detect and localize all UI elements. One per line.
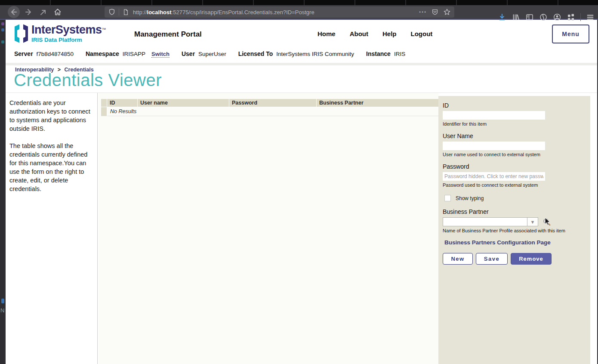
url-path: :52775/csp/irisapp/EnsPortal.Credentials…	[172, 9, 314, 15]
background-app-icon	[1, 299, 4, 303]
chevron-down-icon[interactable]: ▼	[527, 218, 538, 226]
new-button[interactable]: New	[443, 253, 473, 265]
id-hint: Identifier for this item	[443, 121, 590, 126]
column-header-business-partner[interactable]: Business Partner	[317, 99, 455, 107]
browser-tab-strip[interactable]	[0, 0, 598, 5]
user-label: User	[182, 50, 195, 57]
password-input[interactable]	[443, 172, 545, 181]
header-separator	[6, 63, 598, 65]
page-actions-icon[interactable]: ···	[419, 10, 427, 14]
reload-button[interactable]	[37, 6, 49, 18]
nav-logout[interactable]: Logout	[411, 30, 433, 37]
licensed-to-value: InterSystems IRIS Community	[276, 51, 354, 57]
url-text[interactable]: http://localhost:52775/csp/irisapp/EnsPo…	[133, 9, 416, 15]
account-icon[interactable]	[553, 13, 561, 22]
id-label: ID	[443, 102, 590, 109]
url-scheme: http://	[133, 9, 147, 15]
server-label: Server	[14, 50, 33, 57]
home-icon	[53, 8, 62, 16]
business-partner-label: Business Partner	[443, 208, 590, 215]
description-paragraph-2: The table shows all the credentials curr…	[9, 142, 93, 193]
shortcuts-grid-icon[interactable]	[567, 13, 575, 22]
instance-label: Instance	[366, 50, 391, 57]
url-bar[interactable]: http://localhost:52775/csp/irisapp/EnsPo…	[105, 6, 454, 18]
description-paragraph-1: Credentials are your authorization keys …	[9, 99, 93, 133]
back-button[interactable]	[8, 6, 20, 18]
sidebar-toggle-icon[interactable]	[525, 13, 534, 22]
tracking-shield-icon[interactable]	[108, 8, 116, 16]
toolbar-right-icons	[498, 10, 595, 24]
username-hint: User name used to connect to external sy…	[443, 152, 590, 157]
nav-home[interactable]: Home	[317, 30, 336, 37]
page-title: Credentials Viewer	[14, 71, 162, 90]
column-header-username[interactable]: User name	[138, 99, 229, 107]
namespace-label: Namespace	[86, 50, 119, 57]
menu-hamburger-icon[interactable]	[586, 13, 595, 22]
row-selector-header	[101, 99, 107, 107]
column-header-id[interactable]: ID	[107, 99, 137, 107]
background-letter: N	[0, 307, 4, 314]
browser-toolbar: http://localhost:52775/csp/irisapp/EnsPo…	[0, 5, 598, 20]
save-to-pocket-icon[interactable]	[431, 8, 439, 16]
username-input[interactable]	[443, 142, 545, 150]
background-app-icon	[1, 28, 4, 31]
bookmark-star-icon[interactable]	[443, 8, 451, 16]
column-header-password[interactable]: Password	[229, 99, 316, 107]
content-area: Credentials are your authorization keys …	[6, 93, 598, 364]
system-info-bar: Server f7b8d4874850 Namespace IRISAPP Sw…	[14, 50, 405, 58]
show-typing-label: Show typing	[456, 195, 484, 201]
intersystems-logo: InterSystems™ IRIS Data Platform	[14, 24, 106, 43]
licensed-to-label: Licensed To	[238, 50, 273, 57]
logo-subtitle: IRIS Data Platform	[31, 37, 106, 43]
business-partner-hint: Name of Business Partner Profile associa…	[443, 228, 590, 233]
logo-trademark: ™	[102, 27, 106, 32]
user-value: SuperUser	[198, 51, 226, 57]
toolbar-divider	[580, 13, 581, 21]
diagonal-arrow-icon	[39, 8, 47, 16]
page-info-icon[interactable]	[122, 9, 129, 16]
business-partner-row: ▼	[443, 217, 590, 226]
switch-namespace-link[interactable]: Switch	[151, 51, 170, 58]
show-typing-checkbox[interactable]	[444, 195, 451, 201]
username-label: User Name	[443, 133, 590, 139]
logo-name: InterSystems	[31, 23, 102, 36]
password-label: Password	[443, 163, 590, 170]
namespace-value: IRISAPP	[123, 51, 145, 57]
portal-title: Management Portal	[134, 30, 202, 39]
row-selector-cell	[101, 107, 107, 116]
menu-button[interactable]: Menu	[552, 25, 589, 43]
top-nav: Home About Help Logout	[317, 30, 432, 37]
password-hint: Password used to connect to external sys…	[443, 182, 590, 188]
background-app-icon	[1, 40, 4, 43]
browser-chrome: http://localhost:52775/csp/irisapp/EnsPo…	[0, 0, 598, 20]
mouse-cursor	[545, 217, 551, 226]
portal-page: InterSystems™ IRIS Data Platform Managem…	[6, 20, 598, 364]
save-button[interactable]: Save	[476, 253, 508, 265]
back-arrow-icon	[9, 8, 18, 16]
id-input[interactable]	[443, 111, 545, 120]
library-icon[interactable]	[512, 13, 520, 22]
home-button[interactable]	[52, 6, 64, 18]
urlbar-divider	[119, 9, 119, 15]
mask-icon[interactable]	[539, 13, 548, 22]
server-value: f7b8d4874850	[37, 51, 74, 57]
form-buttons: New Save Remove	[443, 253, 590, 265]
credential-form-panel: ID Identifier for this item User Name Us…	[438, 96, 590, 364]
nav-help[interactable]: Help	[382, 30, 397, 37]
show-typing-row: Show typing	[444, 195, 590, 201]
instance-value: IRIS	[394, 51, 405, 57]
nav-about[interactable]: About	[350, 30, 368, 37]
downloads-icon[interactable]	[498, 13, 506, 22]
business-partner-combo[interactable]: ▼	[443, 217, 538, 226]
forward-button[interactable]	[22, 6, 34, 18]
remove-button[interactable]: Remove	[511, 253, 552, 265]
no-results-message: No Results	[107, 107, 455, 116]
background-app-icon	[1, 22, 4, 25]
description-sidebar: Credentials are your authorization keys …	[6, 93, 98, 364]
url-host: localhost	[147, 9, 172, 15]
credentials-table-area: ID User name Password Business Partner N…	[98, 93, 438, 364]
table-row: No Results	[101, 107, 455, 116]
business-partners-config-link[interactable]: Business Partners Configuration Page	[444, 239, 590, 246]
credentials-table: ID User name Password Business Partner N…	[101, 99, 456, 117]
forward-arrow-icon	[24, 8, 33, 16]
